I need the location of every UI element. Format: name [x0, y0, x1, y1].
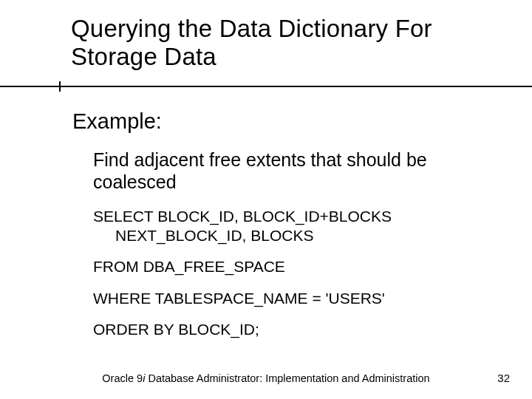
- footer-rest: Database Administrator: Implementation a…: [145, 372, 429, 384]
- title-block: Querying the Data Dictionary For Storage…: [0, 0, 532, 71]
- body: Example: Find adjacent free extents that…: [0, 92, 532, 339]
- title-line-2: Storage Data: [71, 43, 216, 70]
- sql-select: SELECT BLOCK_ID, BLOCK_ID+BLOCKS NEXT_BL…: [93, 207, 488, 246]
- title-line-1: Querying the Data Dictionary For: [71, 15, 432, 42]
- slide-title: Querying the Data Dictionary For Storage…: [71, 15, 532, 71]
- sql-select-line2: NEXT_BLOCK_ID, BLOCKS: [93, 226, 488, 245]
- footer: Oracle 9i Database Administrator: Implem…: [0, 372, 532, 384]
- sql-where: WHERE TABLESPACE_NAME = 'USERS': [93, 289, 488, 308]
- horizontal-rule: [0, 86, 532, 87]
- example-heading: Example:: [72, 109, 488, 134]
- page-number: 32: [497, 372, 510, 384]
- footer-text: Oracle 9i Database Administrator: Implem…: [102, 372, 429, 384]
- sql-from: FROM DBA_FREE_SPACE: [93, 257, 488, 276]
- description-paragraph: Find adjacent free extents that should b…: [93, 149, 488, 194]
- sql-select-line1: SELECT BLOCK_ID, BLOCK_ID+BLOCKS: [93, 208, 392, 225]
- rule-tick: [59, 81, 61, 92]
- sql-order: ORDER BY BLOCK_ID;: [93, 320, 488, 339]
- footer-prefix: Oracle 9: [102, 372, 143, 384]
- title-rule: [0, 81, 532, 92]
- slide: Querying the Data Dictionary For Storage…: [0, 0, 532, 399]
